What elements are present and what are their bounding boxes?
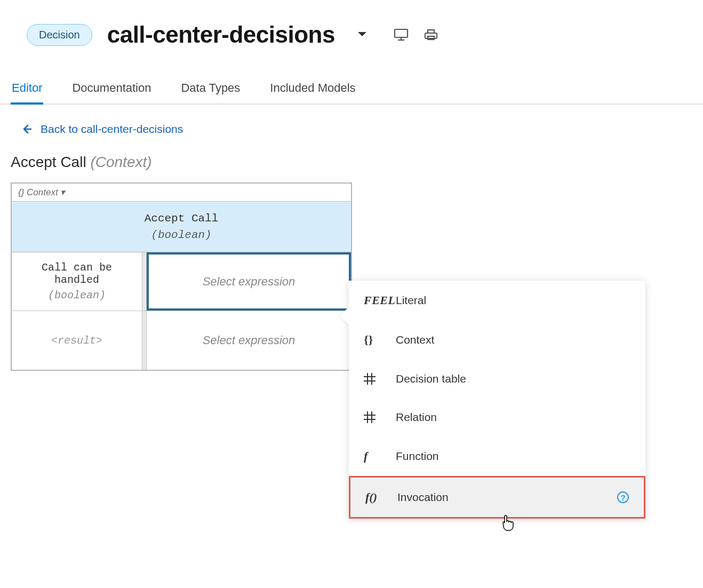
header-icons bbox=[394, 28, 438, 41]
expression-option-label: Function bbox=[396, 450, 439, 463]
function-icon: f bbox=[364, 449, 396, 463]
context-type-label: {} Context ▾ bbox=[18, 187, 65, 198]
svg-rect-10 bbox=[364, 377, 367, 380]
svg-rect-0 bbox=[395, 29, 408, 37]
context-row: Call can be handled (boolean) Select exp… bbox=[12, 252, 351, 311]
svg-rect-4 bbox=[428, 30, 434, 33]
svg-rect-25 bbox=[372, 420, 376, 423]
expression-option-label: Invocation bbox=[397, 491, 449, 504]
printer-icon[interactable] bbox=[424, 29, 438, 41]
svg-rect-14 bbox=[368, 382, 371, 385]
svg-rect-23 bbox=[364, 420, 367, 423]
arrow-left-icon bbox=[21, 124, 32, 134]
context-row: <result> Select expression bbox=[12, 311, 351, 370]
svg-rect-17 bbox=[364, 411, 367, 415]
expression-type-popup: FEEL Literal {} Context Decision table R… bbox=[349, 281, 645, 519]
expression-option-context[interactable]: {} Context bbox=[349, 320, 645, 360]
context-key-name: <result> bbox=[51, 335, 102, 347]
node-title: Accept Call (Context) bbox=[0, 148, 703, 182]
context-value-placeholder: Select expression bbox=[203, 333, 295, 347]
expression-option-label: Context bbox=[396, 333, 434, 346]
feel-icon: FEEL bbox=[364, 293, 396, 307]
context-header-type: (boolean) bbox=[17, 229, 346, 241]
tabs: Editor Documentation Data Types Included… bbox=[0, 74, 703, 105]
svg-rect-9 bbox=[372, 373, 376, 376]
context-header-name: Accept Call bbox=[145, 212, 219, 225]
context-value-cell[interactable]: Select expression bbox=[147, 252, 351, 311]
context-key[interactable]: Call can be handled (boolean) bbox=[12, 252, 142, 311]
expression-option-literal[interactable]: FEEL Literal bbox=[349, 281, 645, 320]
help-icon[interactable]: ? bbox=[617, 491, 629, 503]
grid-icon bbox=[364, 373, 396, 385]
expression-option-invocation[interactable]: f() Invocation ? bbox=[349, 476, 645, 519]
expression-option-decision-table[interactable]: Decision table bbox=[349, 360, 645, 398]
expression-option-relation[interactable]: Relation bbox=[349, 398, 645, 436]
tab-data-types[interactable]: Data Types bbox=[180, 74, 241, 105]
tab-documentation[interactable]: Documentation bbox=[71, 74, 152, 105]
row-gutter bbox=[142, 252, 147, 311]
expression-option-label: Literal bbox=[396, 294, 426, 307]
context-value-cell[interactable]: Select expression bbox=[147, 311, 351, 370]
svg-rect-7 bbox=[364, 373, 367, 376]
expression-option-label: Decision table bbox=[396, 372, 466, 385]
svg-rect-18 bbox=[368, 411, 371, 415]
braces-icon: {} bbox=[364, 333, 396, 347]
context-type-dropdown[interactable]: {} Context ▾ bbox=[12, 184, 351, 202]
grid-icon bbox=[364, 411, 396, 423]
node-name: Accept Call bbox=[11, 154, 86, 170]
context-header[interactable]: Accept Call (boolean) bbox=[12, 202, 351, 252]
tab-editor[interactable]: Editor bbox=[11, 74, 43, 105]
title-dropdown[interactable] bbox=[357, 30, 367, 39]
svg-rect-11 bbox=[368, 377, 371, 380]
node-subtype: (Context) bbox=[90, 154, 151, 170]
svg-rect-22 bbox=[372, 416, 376, 419]
svg-rect-12 bbox=[372, 377, 376, 380]
invocation-icon: f() bbox=[365, 490, 397, 504]
expression-option-label: Relation bbox=[396, 411, 437, 424]
svg-rect-19 bbox=[372, 411, 376, 415]
context-value-placeholder: Select expression bbox=[203, 275, 295, 289]
back-link[interactable]: Back to call-center-decisions bbox=[0, 105, 703, 148]
project-title: call-center-decisions bbox=[107, 21, 335, 48]
tab-included-models[interactable]: Included Models bbox=[269, 74, 356, 105]
expression-option-function[interactable]: f Function bbox=[349, 436, 645, 476]
back-link-label: Back to call-center-decisions bbox=[41, 123, 183, 136]
svg-rect-8 bbox=[368, 373, 371, 376]
header: Decision call-center-decisions bbox=[0, 0, 703, 74]
row-gutter bbox=[142, 311, 147, 370]
monitor-icon[interactable] bbox=[394, 28, 409, 41]
context-box: {} Context ▾ Accept Call (boolean) Call … bbox=[11, 182, 352, 371]
context-key-type: (boolean) bbox=[48, 289, 106, 301]
svg-rect-24 bbox=[368, 420, 371, 423]
context-key-name: Call can be handled bbox=[18, 261, 135, 286]
svg-rect-15 bbox=[372, 382, 376, 385]
svg-rect-13 bbox=[364, 382, 367, 385]
svg-rect-21 bbox=[368, 416, 371, 419]
svg-rect-20 bbox=[364, 416, 367, 419]
decision-badge: Decision bbox=[27, 24, 92, 46]
context-result-key[interactable]: <result> bbox=[12, 311, 142, 370]
chevron-down-icon bbox=[357, 31, 367, 37]
